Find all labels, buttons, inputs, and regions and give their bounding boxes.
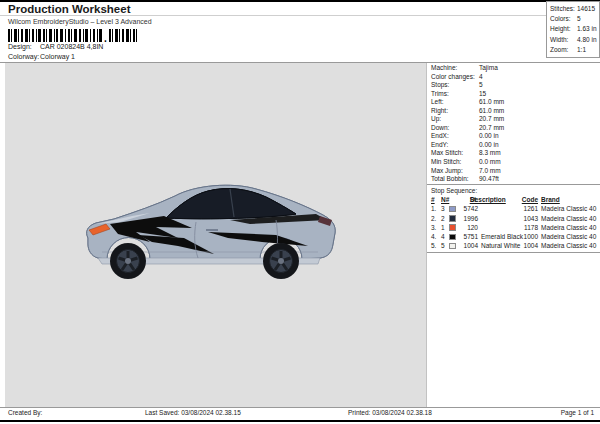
cell-stitches: 1996: [457, 214, 478, 223]
machine-label: Down:: [431, 124, 479, 133]
machine-value: 90.47ft: [479, 175, 600, 184]
machine-label: Left:: [431, 98, 479, 107]
stat-width: Width: 4.80 in: [550, 35, 599, 45]
cell-brand: Madeira Classic 40: [541, 204, 596, 213]
machine-value: 7.0 mm: [479, 167, 600, 176]
thread-color-swatch: [449, 243, 456, 250]
cell-needle: 4: [441, 232, 445, 241]
cell-brand: Madeira Classic 40: [541, 232, 596, 241]
cell-code: 1178: [518, 223, 538, 232]
machine-value: 15: [479, 90, 600, 99]
machine-row: Trims:15: [427, 90, 600, 99]
machine-label: Max Jump:: [431, 167, 479, 176]
stat-colors: Colors: 5: [550, 14, 599, 24]
cell-num: 2.: [431, 214, 436, 223]
footer-printed: Printed: 03/08/2024 02.38.18: [348, 409, 432, 416]
stop-sequence-row: 1. 3 5742 1261 Madeira Classic 40: [427, 204, 600, 213]
machine-row: EndY:0.00 in: [427, 141, 600, 150]
col-header-needle: N#: [441, 195, 449, 204]
stat-label: Zoom:: [550, 45, 577, 55]
cell-description: Emerald Black: [481, 232, 523, 241]
cell-needle: 2: [441, 214, 445, 223]
top-border-line: [0, 0, 600, 2]
cell-brand: Madeira Classic 40: [541, 214, 596, 223]
car-embroidery-artwork: [80, 180, 342, 294]
machine-row: Up:20.7 mm: [427, 115, 600, 124]
stat-value: 5: [577, 14, 599, 24]
machine-value: 5: [479, 81, 600, 90]
cell-stitches: 1004: [457, 241, 478, 250]
stat-label: Stitches:: [550, 4, 577, 14]
stop-sequence-separator-line: [427, 184, 600, 185]
cell-code: 1043: [518, 214, 538, 223]
machine-label: Color changes:: [431, 73, 479, 82]
stat-value: 1:1: [577, 45, 599, 55]
machine-label: Total Bobbin:: [431, 175, 479, 184]
machine-label: EndX:: [431, 132, 479, 141]
machine-label: Stops:: [431, 81, 479, 90]
production-worksheet-page: Production Worksheet Wilcom EmbroiderySt…: [0, 0, 600, 424]
software-subtitle: Wilcom EmbroideryStudio – Level 3 Advanc…: [8, 18, 152, 25]
col-header-num: #: [431, 195, 435, 204]
machine-value: 61.0 mm: [479, 98, 600, 107]
machine-row: Max Jump:7.0 mm: [427, 167, 600, 176]
cell-num: 3.: [431, 223, 436, 232]
machine-label: Up:: [431, 115, 479, 124]
machine-row: Machine:Tajima: [427, 64, 600, 73]
stop-sequence-title: Stop Sequence:: [427, 186, 600, 195]
cell-stitches: 120: [457, 223, 478, 232]
machine-row: Min Stitch:0.0 mm: [427, 158, 600, 167]
cell-num: 4.: [431, 232, 436, 241]
stop-sequence-row: 4. 4 5751 Emerald Black 1000 Madeira Cla…: [427, 232, 600, 241]
footer-separator-line: [0, 407, 600, 408]
colorway-label: Colorway:: [8, 53, 39, 60]
machine-label: Machine:: [431, 64, 479, 73]
title-separator-line: [0, 15, 600, 16]
machine-info-panel: Machine:Tajima Color changes:4 Stops:5 T…: [427, 64, 600, 184]
cell-description: Natural White: [481, 241, 520, 250]
stat-label: Colors:: [550, 14, 577, 24]
stat-height: Height: 1.63 in: [550, 24, 599, 34]
stat-label: Width:: [550, 35, 577, 45]
stat-label: Height:: [550, 24, 577, 34]
cell-code: 1261: [518, 204, 538, 213]
stop-sequence-panel: Stop Sequence: # N# St. Description Code…: [427, 186, 600, 251]
thread-color-swatch: [449, 224, 456, 231]
machine-value: 0.0 mm: [479, 158, 600, 167]
stat-zoom: Zoom: 1:1: [550, 45, 599, 55]
cell-needle: 5: [441, 241, 445, 250]
thread-color-swatch: [449, 215, 456, 222]
rear-wheel: [263, 243, 299, 279]
machine-value: 20.7 mm: [479, 124, 600, 133]
stop-sequence-row: 5. 5 1004 Natural White 1004 Madeira Cla…: [427, 241, 600, 250]
machine-row: Stops:5: [427, 81, 600, 90]
machine-row: Left:61.0 mm: [427, 98, 600, 107]
machine-row: Color changes:4: [427, 73, 600, 82]
stat-value: 1.63 in: [577, 24, 599, 34]
cell-num: 1.: [431, 204, 436, 213]
col-header-code: Code: [518, 195, 538, 204]
design-preview-canvas: [5, 63, 427, 407]
stat-value: 4.80 in: [577, 35, 599, 45]
cell-num: 5.: [431, 241, 436, 250]
colorway-value: Colorway 1: [40, 53, 75, 60]
footer-last-saved: Last Saved: 03/08/2024 02.38.15: [145, 409, 241, 416]
cell-code: 1000: [518, 232, 538, 241]
machine-row: Down:20.7 mm: [427, 124, 600, 133]
cell-stitches: 5742: [457, 204, 478, 213]
cell-needle: 1: [441, 223, 445, 232]
cell-stitches: 5751: [457, 232, 478, 241]
footer-created-by: Created By:: [8, 409, 42, 416]
machine-value: 4: [479, 73, 600, 82]
cell-code: 1004: [518, 241, 538, 250]
front-wheel: [110, 243, 146, 279]
machine-row: EndX:0.00 in: [427, 132, 600, 141]
page-title: Production Worksheet: [8, 3, 130, 15]
machine-value: 8.3 mm: [479, 149, 600, 158]
stop-sequence-bottom-line: [427, 252, 600, 253]
stop-sequence-row: 3. 1 120 1178 Madeira Classic 40: [427, 223, 600, 232]
col-header-description: Description: [470, 195, 506, 204]
machine-label: Min Stitch:: [431, 158, 479, 167]
machine-value: 0.00 in: [479, 132, 600, 141]
stat-value: 14615: [577, 4, 599, 14]
